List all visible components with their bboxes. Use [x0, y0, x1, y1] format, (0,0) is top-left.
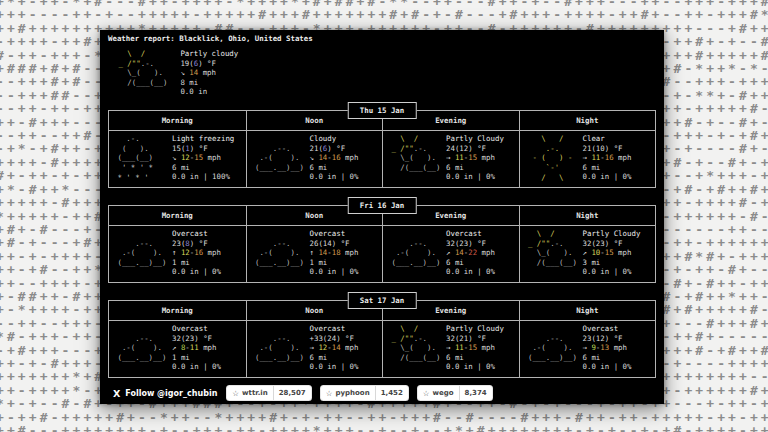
temperature-value: 23(8) °F: [172, 239, 221, 249]
twitter-follow-link[interactable]: X Follow @igor_chubin: [113, 388, 217, 399]
forecast-cell: \ / _ /"".-. \_( ). /(___(__) Partly Clo…: [382, 131, 519, 187]
forecast-cell-text: Partly Cloudy32(23) °F↗ 10-15 mph3 mi0.0…: [583, 229, 641, 280]
x-logo-icon: X: [113, 388, 120, 399]
precipitation-value: 0.0 in | 0%: [583, 172, 632, 182]
condition-label: Partly cloudy: [180, 49, 238, 59]
github-badge-wttr.in[interactable]: ☆wttr.in28,507: [227, 386, 310, 400]
forecast-cell-text: Clear21(10) °F→ 11-16 mph6 mi0.0 in | 0%: [583, 134, 632, 185]
day-date-header: Thu 15 Jan: [348, 102, 417, 119]
badge-star-count: 1,452: [375, 386, 408, 400]
forecast-day-table: Sat 17 JanMorningNoonEveningNight .--. .…: [108, 300, 656, 378]
current-weather-art-icon: \ / _ /"".-. \_( ). /(___(__): [114, 49, 167, 97]
condition-label: Overcast: [310, 324, 359, 334]
visibility-value: 6 mi: [583, 163, 632, 173]
column-header-night: Night: [519, 206, 656, 226]
forecast-cell: .--. .-( ). (___.__)__) Overcast23(8) °F…: [109, 226, 246, 282]
forecast-cell-text: Overcast+33(24) °F→ 12-14 mph6 mi0.0 in …: [310, 324, 359, 375]
weather-art-icon: .--. .-( ). (___.__)__): [251, 134, 307, 185]
forecast-cell: .--. .-( ). (___.__)__) Overcast32(23) °…: [382, 226, 519, 282]
forecast-cell-text: Cloudy21(6) °F↘ 14-16 mph6 mi0.0 in | 0%: [310, 134, 359, 185]
forecast-cell: .--. .-( ). (___.__)__) Cloudy21(6) °F↘ …: [246, 131, 383, 187]
visibility-value: 6 mi: [446, 163, 504, 173]
wind-value: ↑ 14-18 mph: [310, 248, 359, 258]
condition-label: Clear: [583, 134, 632, 144]
forecast-cell-text: Overcast26(14) °F↑ 14-18 mph1 mi0.0 in |…: [310, 229, 359, 280]
weather-art-icon: .--. .-( ). (___.__)__): [113, 324, 169, 375]
weather-art-icon: \ / _ /"".-. \_( ). /(___(__): [524, 229, 580, 280]
badge-star-count: 8,374: [459, 386, 492, 400]
column-header-morning: Morning: [109, 111, 246, 131]
temperature-value: 32(21) °F: [446, 334, 504, 344]
wind-value: → 11-15 mph: [446, 343, 504, 353]
day-date-header: Fri 16 Jan: [348, 197, 417, 214]
condition-label: Overcast: [446, 229, 495, 239]
visibility-value: 1 mi: [172, 258, 221, 268]
weather-art-icon: .--. .-( ). (___.__)__): [113, 229, 169, 280]
column-header-morning: Morning: [109, 206, 246, 226]
forecast-cell: \ / .-. - ( ) - `-' / \ Clear21(10) °F→ …: [519, 131, 656, 187]
wind-value: ↘ 14-16 mph: [310, 153, 359, 163]
wind-value: → 11-15 mph: [446, 153, 504, 163]
forecast-cell-text: Overcast23(8) °F↑ 12-16 mph1 mi0.0 in | …: [172, 229, 221, 280]
follow-label: Follow @igor_chubin: [125, 389, 217, 398]
weather-art-icon: .--. .-( ). (___.__)__): [524, 324, 580, 375]
temperature-value: 21(10) °F: [583, 144, 632, 154]
column-header-night: Night: [519, 301, 656, 321]
precipitation-value: 0.0 in: [180, 87, 238, 97]
precipitation-value: 0.0 in | 0%: [446, 172, 504, 182]
forecast-cell-text: Overcast23(12) °F→ 9-13 mph6 mi0.0 in | …: [583, 324, 632, 375]
temperature-value: 19(6) °F: [180, 59, 238, 69]
precipitation-value: 0.0 in | 100%: [172, 172, 234, 182]
footer-bar: X Follow @igor_chubin ☆wttr.in28,507☆pyp…: [100, 382, 664, 404]
weather-art-icon: .--. .-( ). (___.__)__): [251, 324, 307, 375]
star-icon: ☆: [326, 389, 333, 398]
wind-value: ↘ 12-15 mph: [172, 153, 234, 163]
forecast-cell: .--. .-( ). (___.__)__) Overcast32(23) °…: [109, 321, 246, 377]
forecast-cell: \ / _ /"".-. \_( ). /(___(__) Partly Clo…: [382, 321, 519, 377]
visibility-value: 3 mi: [583, 258, 641, 268]
precipitation-value: 0.0 in | 0%: [583, 362, 632, 372]
forecast-cell-text: Partly Cloudy32(21) °F→ 11-15 mph6 mi0.0…: [446, 324, 504, 375]
weather-art-icon: .-. ( ). (___(__) ' * ' * * ' * ': [113, 134, 169, 185]
wind-value: → 11-16 mph: [583, 153, 632, 163]
current-conditions: \ / _ /"".-. \_( ). /(___(__) Partly clo…: [114, 49, 238, 97]
column-header-night: Night: [519, 111, 656, 131]
condition-label: Overcast: [172, 229, 221, 239]
temperature-value: 32(23) °F: [446, 239, 495, 249]
forecast-cell: .--. .-( ). (___.__)__) Overcast26(14) °…: [246, 226, 383, 282]
day-date-header: Sat 17 Jan: [348, 292, 417, 309]
github-badge-pyphoon[interactable]: ☆pyphoon1,452: [321, 386, 408, 400]
weather-art-icon: \ / _ /"".-. \_( ). /(___(__): [387, 324, 443, 375]
temperature-value: 26(14) °F: [310, 239, 359, 249]
wind-value: ↗ 8-11 mph: [172, 343, 221, 353]
wind-value: ↑ 12-16 mph: [172, 248, 221, 258]
condition-label: Partly Cloudy: [446, 134, 504, 144]
forecast-day-table: Fri 16 JanMorningNoonEveningNight .--. .…: [108, 205, 656, 283]
precipitation-value: 0.0 in | 0%: [310, 172, 359, 182]
star-icon: ☆: [423, 389, 430, 398]
forecast-cell-text: Light freezing15(1) °F↘ 12-15 mph6 mi0.0…: [172, 134, 234, 185]
precipitation-value: 0.0 in | 0%: [583, 267, 641, 277]
github-badges-group: ☆wttr.in28,507☆pyphoon1,452☆wego8,374: [227, 386, 491, 400]
weather-art-icon: \ / _ /"".-. \_( ). /(___(__): [387, 134, 443, 185]
badge-star-count: 28,507: [273, 386, 311, 400]
precipitation-value: 0.0 in | 0%: [446, 362, 504, 372]
wind-value: → 12-14 mph: [310, 343, 359, 353]
temperature-value: 15(1) °F: [172, 144, 234, 154]
visibility-value: 6 mi: [310, 163, 359, 173]
terminal-window: Weather report: Blacklick, Ohio, United …: [100, 30, 664, 404]
visibility-value: 6 mi: [446, 258, 495, 268]
temperature-value: 32(23) °F: [172, 334, 221, 344]
visibility-value: 1 mi: [172, 353, 221, 363]
temperature-value: 32(23) °F: [583, 239, 641, 249]
wind-value: ↗ 14-22 mph: [446, 248, 495, 258]
star-icon: ☆: [232, 389, 239, 398]
visibility-value: 6 mi: [310, 353, 359, 363]
condition-label: Light freezing: [172, 134, 234, 144]
forecast-cell: .--. .-( ). (___.__)__) Overcast23(12) °…: [519, 321, 656, 377]
forecast-cell: .-. ( ). (___(__) ' * ' * * ' * ' Light …: [109, 131, 246, 187]
temperature-value: 23(12) °F: [583, 334, 632, 344]
github-badge-wego[interactable]: ☆wego8,374: [418, 386, 492, 400]
visibility-value: 6 mi: [446, 353, 504, 363]
forecast-cell-text: Overcast32(23) °F↗ 8-11 mph1 mi0.0 in | …: [172, 324, 221, 375]
